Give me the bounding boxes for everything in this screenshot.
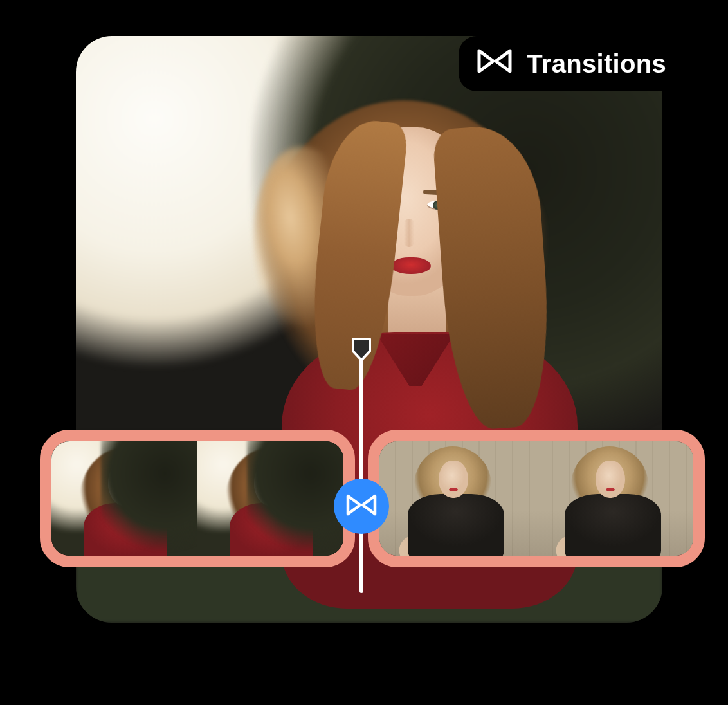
bowtie-transition-icon (477, 48, 513, 80)
transitions-badge[interactable]: Transitions (459, 36, 689, 91)
clip-a-thumbnail-2 (197, 441, 343, 556)
bowtie-transition-icon (345, 493, 378, 519)
clip-b-thumbnail-1 (379, 441, 536, 556)
clip-b-thumbnail-2 (536, 441, 693, 556)
timeline-clip-a[interactable] (40, 430, 355, 567)
timeline-clip-b[interactable] (368, 430, 705, 567)
clip-a-thumbnail-1 (51, 441, 197, 556)
transition-node[interactable] (334, 479, 389, 534)
transitions-badge-label: Transitions (527, 50, 666, 78)
